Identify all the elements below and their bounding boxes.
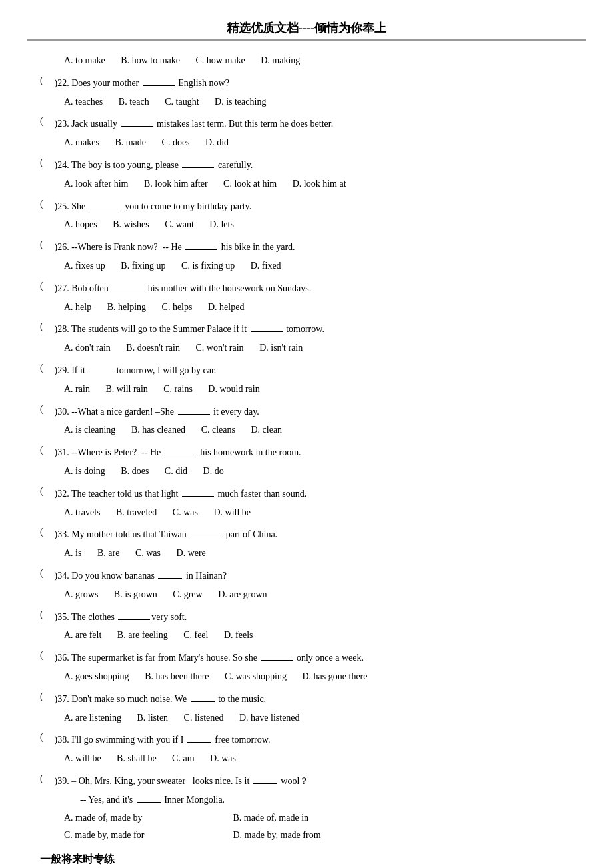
options-row: A. help B. helping C. helps D. helped — [64, 299, 573, 315]
options-row: A. is doing B. does C. did D. do — [64, 463, 573, 479]
bracket: ( — [40, 75, 52, 86]
options-row: A. don't rain B. doesn't rain C. won't r… — [64, 340, 573, 356]
option-item: C. was shopping — [225, 669, 287, 685]
option-item: D. was — [210, 751, 236, 767]
question-text: )38. I'll go swimming with you if I free… — [52, 732, 573, 748]
options-row: A. is B. are C. was D. were — [64, 545, 573, 561]
option-item: D. would rain — [208, 381, 259, 397]
option-item: D. have listened — [239, 710, 300, 726]
question-text: )34. Do you know bananas in Hainan? — [52, 568, 573, 584]
question-text: )28. The students will go to the Summer … — [52, 321, 573, 337]
bracket: ( — [40, 609, 52, 620]
question-text: )27. Bob often his mother with the house… — [52, 281, 573, 297]
question-row: ( )31. --Where is Peter? -- He his homew… — [40, 445, 573, 461]
option-item: C. did — [165, 463, 187, 479]
option-item: C. how make — [195, 53, 245, 69]
option-item: B. does — [121, 463, 149, 479]
option-item: D. made by, made from — [233, 827, 321, 843]
option-item: A. makes — [64, 135, 99, 151]
question-row: ( )27. Bob often his mother with the hou… — [40, 281, 573, 297]
option-item: D. will be — [213, 505, 251, 521]
option-item: B. fixing up — [121, 258, 165, 274]
options-row: A. are felt B. are feeling C. feel D. fe… — [64, 627, 573, 643]
option-item: B. helping — [107, 299, 146, 315]
option-item: D. has gone there — [303, 669, 368, 685]
option-item: D. isn't rain — [259, 340, 303, 356]
option-item: C. was — [173, 505, 198, 521]
option-item: C. does — [162, 135, 190, 151]
sub-question-text: -- Yes, and it's Inner Mongolia. — [80, 792, 573, 808]
question-text: )26. --Where is Frank now? -- He his bik… — [52, 239, 573, 255]
bracket: ( — [40, 116, 52, 127]
option-item: A. is cleaning — [64, 422, 115, 438]
options-row: A. teaches B. teach C. taught D. is teac… — [64, 94, 573, 110]
question-text: )39. – Oh, Mrs. King, your sweater looks… — [52, 773, 573, 789]
options-row: A. rain B. will rain C. rains D. would r… — [64, 381, 573, 397]
option-item: C. look at him — [223, 176, 277, 192]
option-item: C. is fixing up — [181, 258, 235, 274]
bracket: ( — [40, 650, 52, 661]
option-item: D. clean — [251, 422, 282, 438]
option-item: C. am — [172, 751, 194, 767]
option-item: A. rain — [64, 381, 90, 397]
bracket: ( — [40, 363, 52, 373]
option-item: C. grew — [173, 587, 202, 603]
option-item: C. taught — [165, 94, 199, 110]
section-title: 一般将来时专练 — [40, 853, 573, 867]
question-row: ( )24. The boy is too young, please care… — [40, 157, 573, 173]
question-text: )25. She you to come to my birthday part… — [52, 199, 573, 215]
options-row: A. fixes up B. fixing up C. is fixing up… — [64, 258, 573, 274]
option-item: A. hopes — [64, 217, 97, 233]
option-item: D. fixed — [251, 258, 281, 274]
question-row: ( )25. She you to come to my birthday pa… — [40, 199, 573, 215]
option-item: C. helps — [162, 299, 193, 315]
option-item: B. has cleaned — [131, 422, 185, 438]
bracket: ( — [40, 404, 52, 415]
option-item: A. made of, made by — [64, 810, 217, 826]
option-item: A. grows — [64, 587, 98, 603]
page-title: 精选优质文档----倾情为你奉上 — [27, 13, 586, 41]
option-item: A. goes shopping — [64, 669, 129, 685]
option-item: C. cleans — [201, 422, 235, 438]
bracket: ( — [40, 157, 52, 168]
question-text: )32. The teacher told us that light much… — [52, 486, 573, 502]
question-row: ( )33. My mother told us that Taiwan par… — [40, 527, 573, 543]
option-item: B. has been there — [145, 669, 209, 685]
bracket: ( — [40, 732, 52, 743]
option-item: C. was — [135, 545, 161, 561]
question-text: )35. The clothes very soft. — [52, 609, 573, 625]
question-text: )31. --Where is Peter? -- He his homewor… — [52, 445, 573, 461]
bracket: ( — [40, 321, 52, 332]
option-item: B. will rain — [105, 381, 147, 397]
option-item: A. travels — [64, 505, 100, 521]
option-item: D. were — [177, 545, 206, 561]
options-row: A. made of, made by B. made of, made in … — [64, 810, 573, 843]
prev-options: A. to make B. how to make C. how make D.… — [64, 53, 573, 69]
option-item: A. don't rain — [64, 340, 111, 356]
option-item: B. wishes — [113, 217, 149, 233]
question-row: ( )34. Do you know bananas in Hainan? — [40, 568, 573, 584]
question-text: )36. The supermarket is far from Mary's … — [52, 650, 573, 666]
option-item: D. lets — [209, 217, 234, 233]
options-row: A. makes B. made C. does D. did — [64, 135, 573, 151]
question-row: ( )28. The students will go to the Summe… — [40, 321, 573, 337]
bracket: ( — [40, 527, 52, 537]
option-item: D. look him at — [293, 176, 346, 192]
bracket: ( — [40, 691, 52, 702]
options-row: A. grows B. is grown C. grew D. are grow… — [64, 587, 573, 603]
options-row: A. hopes B. wishes C. want D. lets — [64, 217, 573, 233]
option-item: B. doesn't rain — [126, 340, 180, 356]
bracket: ( — [40, 773, 52, 784]
option-item: A. will be — [64, 751, 101, 767]
question-row: ( )32. The teacher told us that light mu… — [40, 486, 573, 502]
option-item: D. are grown — [218, 587, 267, 603]
options-row: A. look after him B. look him after C. l… — [64, 176, 573, 192]
question-row: ( )37. Don't make so much noise. We to t… — [40, 691, 573, 707]
option-item: A. look after him — [64, 176, 128, 192]
question-row: ( )39. – Oh, Mrs. King, your sweater loo… — [40, 773, 573, 789]
option-item: A. help — [64, 299, 91, 315]
question-text: )22. Does your mother English now? — [52, 75, 573, 91]
option-item: B. teach — [119, 94, 149, 110]
question-text: )23. Jack usually mistakes last term. Bu… — [52, 116, 573, 132]
options-row: A. are listening B. listen C. listened D… — [64, 710, 573, 726]
